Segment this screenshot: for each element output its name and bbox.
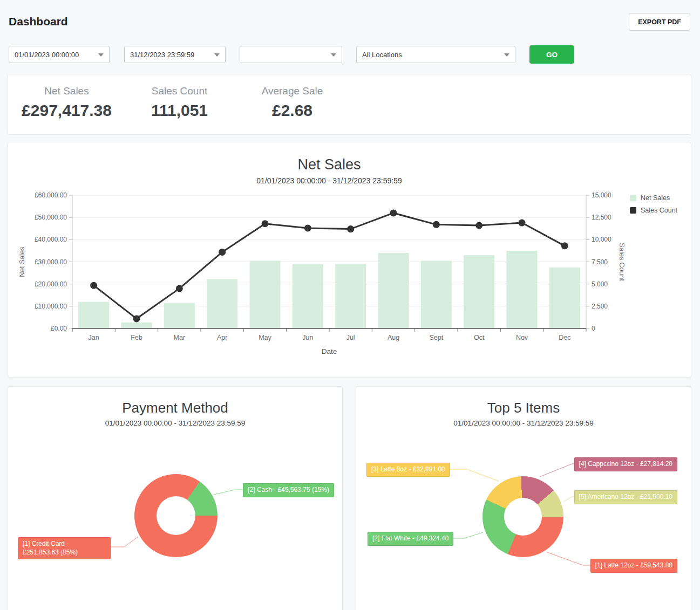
- legend-item-sales-count[interactable]: Sales Count: [630, 207, 677, 214]
- net-sales-chart-card: Net Sales 01/01/2023 00:00:00 - 31/12/20…: [8, 142, 691, 378]
- line-marker-dec[interactable]: [561, 242, 568, 249]
- net-sales-combo-chart: £60,000.0015,000£50,000.0012,500£40,000.…: [8, 189, 691, 367]
- y-left-axis-title: Net Sales: [18, 246, 26, 277]
- stat-value: £2.68: [236, 101, 349, 120]
- donut-hole: [504, 498, 542, 536]
- line-marker-jan[interactable]: [90, 282, 97, 289]
- chevron-down-icon: [504, 53, 509, 57]
- stat-label: Net Sales: [10, 85, 123, 97]
- stat-average-sale: Average Sale £2.68: [236, 85, 349, 134]
- donut-label-latte-8oz[interactable]: [3] Latte 8oz - £32,991.00: [366, 463, 450, 477]
- bar-sept[interactable]: [421, 261, 452, 328]
- legend-item-net-sales[interactable]: Net Sales: [630, 194, 677, 202]
- y-right-tick: 0: [592, 325, 595, 332]
- donut-hole: [157, 496, 195, 535]
- x-tick-label: Dec: [559, 334, 570, 341]
- chevron-down-icon: [214, 53, 220, 57]
- y-left-tick: £0.00: [51, 325, 67, 332]
- chart-title: Net Sales: [8, 156, 650, 173]
- dashboard-page: Dashboard EXPORT PDF 01/01/2023 00:00:00…: [0, 0, 700, 610]
- chart-legend: Net Sales Sales Count: [630, 194, 677, 219]
- y-left-tick: £40,000.00: [35, 236, 67, 243]
- chevron-down-icon: [98, 53, 104, 57]
- stat-value: £297,417.38: [10, 101, 123, 120]
- extra-filter-select[interactable]: [240, 46, 342, 63]
- x-tick-label: Oct: [474, 334, 485, 341]
- bar-aug[interactable]: [378, 253, 409, 328]
- line-marker-jul[interactable]: [347, 225, 354, 232]
- chevron-down-icon: [331, 53, 336, 57]
- line-marker-may[interactable]: [262, 220, 269, 227]
- chart-title: Top 5 Items: [356, 400, 691, 416]
- legend-swatch: [630, 195, 636, 201]
- end-date-select[interactable]: 31/12/2023 23:59:59: [124, 46, 226, 63]
- line-marker-sept[interactable]: [433, 221, 440, 228]
- x-tick-label: Nov: [516, 334, 528, 341]
- donut-label-credit-card[interactable]: [1] Credit Card - £251,853.63 (85%): [18, 537, 111, 559]
- line-marker-aug[interactable]: [390, 209, 397, 216]
- x-tick-label: Mar: [174, 334, 186, 341]
- line-marker-jun[interactable]: [304, 224, 311, 231]
- donut-label-flat-white[interactable]: [2] Flat White - £49,324.40: [368, 532, 453, 546]
- line-marker-mar[interactable]: [176, 285, 183, 292]
- end-date-value: 31/12/2023 23:59:59: [130, 51, 194, 59]
- label-connector: [214, 490, 246, 495]
- bar-jan[interactable]: [78, 302, 109, 328]
- top-5-items-donut[interactable]: [482, 476, 563, 557]
- y-right-tick: 12,500: [592, 214, 611, 221]
- y-left-tick: £60,000.00: [35, 191, 67, 199]
- stat-label: Average Sale: [236, 85, 349, 97]
- bar-may[interactable]: [250, 261, 281, 328]
- y-right-tick: 2,500: [592, 303, 608, 310]
- donut-label-cappccino-12oz[interactable]: [4] Cappccino 12oz - £27,814.20: [574, 457, 677, 471]
- stat-label: Sales Count: [123, 85, 236, 97]
- bar-dec[interactable]: [549, 268, 580, 328]
- x-tick-label: Jun: [302, 334, 313, 341]
- x-tick-label: Aug: [388, 334, 399, 341]
- payment-method-card: Payment Method 01/01/2023 00:00:00 - 31/…: [8, 386, 343, 610]
- payment-method-donut[interactable]: [134, 474, 218, 557]
- y-right-axis-title: Sales Count: [618, 243, 626, 281]
- bar-jun[interactable]: [293, 264, 323, 328]
- legend-label: Net Sales: [641, 194, 670, 202]
- stat-value: 111,051: [123, 101, 236, 120]
- y-right-tick: 10,000: [592, 236, 611, 243]
- donut-label-latte-12oz[interactable]: [1] Latte 12oz - £59,543.80: [590, 559, 677, 573]
- bar-oct[interactable]: [464, 255, 494, 328]
- top-5-items-card: Top 5 Items 01/01/2023 00:00:00 - 31/12/…: [356, 386, 691, 610]
- location-value: All Locations: [362, 51, 402, 59]
- y-right-tick: 7,500: [592, 258, 608, 266]
- legend-swatch: [630, 207, 636, 214]
- chart-title: Payment Method: [8, 400, 342, 416]
- x-axis-title: Date: [322, 347, 337, 355]
- x-tick-label: Apr: [217, 334, 227, 341]
- chart-subtitle: 01/01/2023 00:00:00 - 31/12/2023 23:59:5…: [8, 176, 650, 185]
- bar-nov[interactable]: [507, 251, 538, 328]
- x-tick-label: May: [259, 334, 271, 341]
- stat-net-sales: Net Sales £297,417.38: [10, 85, 123, 134]
- legend-label: Sales Count: [641, 207, 677, 214]
- chart-subtitle: 01/01/2023 00:00:00 - 31/12/2023 23:59:5…: [356, 419, 691, 427]
- export-pdf-button[interactable]: EXPORT PDF: [629, 13, 690, 31]
- x-tick-label: Jul: [346, 334, 355, 341]
- y-left-tick: £20,000.00: [35, 280, 67, 288]
- line-marker-nov[interactable]: [519, 220, 526, 227]
- bar-apr[interactable]: [207, 279, 237, 328]
- donut-label-americano-12oz[interactable]: [5] Americano 12oz - £21,500.10: [574, 490, 677, 504]
- go-button[interactable]: GO: [529, 45, 574, 64]
- line-marker-apr[interactable]: [219, 249, 226, 256]
- x-tick-label: Jan: [89, 334, 99, 341]
- bar-feb[interactable]: [121, 323, 152, 328]
- x-tick-label: Feb: [131, 334, 142, 341]
- label-connector: [110, 537, 138, 547]
- bar-jul[interactable]: [335, 264, 366, 328]
- donut-label-cash[interactable]: [2] Cash - £45,563.75 (15%): [243, 483, 334, 497]
- bar-mar[interactable]: [164, 303, 195, 328]
- page-title: Dashboard: [9, 15, 68, 28]
- line-marker-oct[interactable]: [475, 222, 482, 229]
- line-marker-feb[interactable]: [133, 315, 140, 322]
- summary-stats-card: Net Sales £297,417.38 Sales Count 111,05…: [8, 74, 691, 135]
- location-select[interactable]: All Locations: [356, 46, 515, 63]
- y-left-tick: £10,000.00: [35, 303, 67, 310]
- start-date-select[interactable]: 01/01/2023 00:00:00: [9, 46, 110, 63]
